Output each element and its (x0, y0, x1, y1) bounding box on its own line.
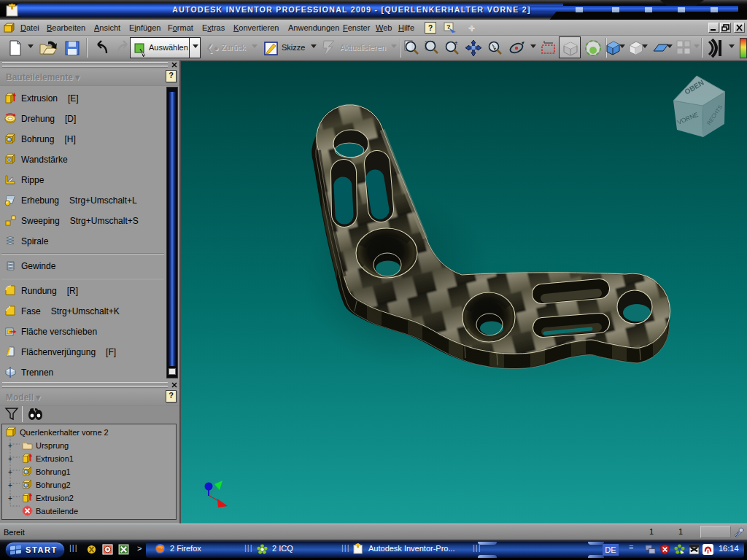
svg-text:±: ± (454, 39, 458, 46)
svg-text:?: ? (446, 23, 451, 31)
